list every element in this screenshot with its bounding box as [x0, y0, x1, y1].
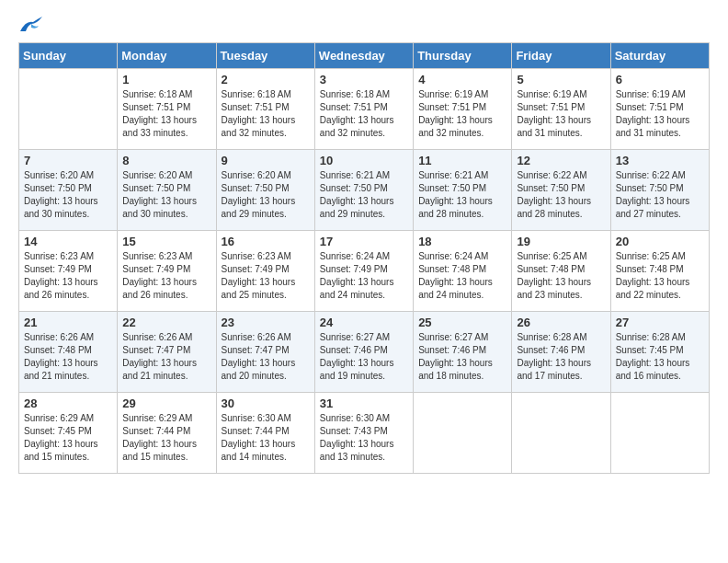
col-header-monday: Monday [118, 43, 216, 69]
day-info: Sunrise: 6:29 AM Sunset: 7:45 PM Dayligh… [24, 412, 112, 464]
col-header-saturday: Saturday [610, 43, 709, 69]
calendar-cell: 29Sunrise: 6:29 AM Sunset: 7:44 PM Dayli… [118, 393, 216, 474]
day-info: Sunrise: 6:20 AM Sunset: 7:50 PM Dayligh… [24, 169, 112, 221]
day-number: 13 [616, 154, 704, 167]
day-number: 20 [616, 235, 704, 248]
day-info: Sunrise: 6:26 AM Sunset: 7:47 PM Dayligh… [122, 331, 210, 383]
day-info: Sunrise: 6:23 AM Sunset: 7:49 PM Dayligh… [122, 250, 210, 302]
calendar-table: SundayMondayTuesdayWednesdayThursdayFrid… [18, 42, 710, 474]
day-number: 16 [222, 235, 310, 248]
col-header-sunday: Sunday [19, 43, 118, 69]
day-info: Sunrise: 6:30 AM Sunset: 7:44 PM Dayligh… [222, 412, 310, 464]
calendar-cell: 11Sunrise: 6:21 AM Sunset: 7:50 PM Dayli… [414, 150, 512, 231]
day-number: 2 [222, 73, 310, 86]
day-info: Sunrise: 6:19 AM Sunset: 7:51 PM Dayligh… [517, 88, 605, 140]
day-number: 8 [122, 154, 210, 167]
day-info: Sunrise: 6:21 AM Sunset: 7:50 PM Dayligh… [418, 169, 506, 221]
day-number: 30 [222, 396, 310, 410]
day-info: Sunrise: 6:20 AM Sunset: 7:50 PM Dayligh… [122, 169, 210, 221]
day-info: Sunrise: 6:26 AM Sunset: 7:48 PM Dayligh… [24, 331, 112, 383]
logo [18, 15, 48, 35]
day-info: Sunrise: 6:21 AM Sunset: 7:50 PM Dayligh… [320, 169, 408, 221]
day-info: Sunrise: 6:22 AM Sunset: 7:50 PM Dayligh… [616, 169, 704, 221]
day-number: 3 [320, 73, 408, 86]
calendar-cell: 26Sunrise: 6:28 AM Sunset: 7:46 PM Dayli… [512, 312, 610, 393]
calendar-cell: 18Sunrise: 6:24 AM Sunset: 7:48 PM Dayli… [414, 231, 512, 312]
day-info: Sunrise: 6:27 AM Sunset: 7:46 PM Dayligh… [418, 331, 506, 383]
calendar-cell: 31Sunrise: 6:30 AM Sunset: 7:43 PM Dayli… [314, 393, 413, 474]
calendar-week-1: 1Sunrise: 6:18 AM Sunset: 7:51 PM Daylig… [19, 69, 710, 150]
day-number: 21 [24, 316, 112, 329]
day-info: Sunrise: 6:18 AM Sunset: 7:51 PM Dayligh… [122, 88, 210, 140]
day-info: Sunrise: 6:27 AM Sunset: 7:46 PM Dayligh… [320, 331, 408, 383]
col-header-thursday: Thursday [414, 43, 512, 69]
calendar-cell: 1Sunrise: 6:18 AM Sunset: 7:51 PM Daylig… [118, 69, 216, 150]
day-number: 10 [320, 154, 408, 167]
day-number: 4 [418, 73, 506, 86]
day-info: Sunrise: 6:25 AM Sunset: 7:48 PM Dayligh… [616, 250, 704, 302]
calendar-cell: 13Sunrise: 6:22 AM Sunset: 7:50 PM Dayli… [610, 150, 709, 231]
day-number: 14 [24, 235, 112, 248]
day-number: 31 [320, 396, 408, 410]
day-number: 9 [222, 154, 310, 167]
calendar-cell: 7Sunrise: 6:20 AM Sunset: 7:50 PM Daylig… [19, 150, 118, 231]
day-number: 11 [418, 154, 506, 167]
calendar-cell [512, 393, 610, 474]
calendar-cell: 25Sunrise: 6:27 AM Sunset: 7:46 PM Dayli… [414, 312, 512, 393]
calendar-cell: 19Sunrise: 6:25 AM Sunset: 7:48 PM Dayli… [512, 231, 610, 312]
calendar-week-5: 28Sunrise: 6:29 AM Sunset: 7:45 PM Dayli… [19, 393, 710, 474]
day-number: 29 [122, 396, 210, 410]
calendar-cell: 15Sunrise: 6:23 AM Sunset: 7:49 PM Dayli… [118, 231, 216, 312]
day-info: Sunrise: 6:23 AM Sunset: 7:49 PM Dayligh… [222, 250, 310, 302]
calendar-week-4: 21Sunrise: 6:26 AM Sunset: 7:48 PM Dayli… [19, 312, 710, 393]
day-number: 17 [320, 235, 408, 248]
day-info: Sunrise: 6:26 AM Sunset: 7:47 PM Dayligh… [222, 331, 310, 383]
calendar-cell: 14Sunrise: 6:23 AM Sunset: 7:49 PM Dayli… [19, 231, 118, 312]
day-info: Sunrise: 6:29 AM Sunset: 7:44 PM Dayligh… [122, 412, 210, 464]
calendar-cell [19, 69, 118, 150]
day-info: Sunrise: 6:22 AM Sunset: 7:50 PM Dayligh… [517, 169, 605, 221]
day-number: 26 [517, 316, 605, 329]
day-number: 18 [418, 235, 506, 248]
day-number: 6 [616, 73, 704, 86]
calendar-cell: 30Sunrise: 6:30 AM Sunset: 7:44 PM Dayli… [216, 393, 314, 474]
calendar-cell: 4Sunrise: 6:19 AM Sunset: 7:51 PM Daylig… [414, 69, 512, 150]
day-number: 15 [122, 235, 210, 248]
calendar-week-2: 7Sunrise: 6:20 AM Sunset: 7:50 PM Daylig… [19, 150, 710, 231]
day-info: Sunrise: 6:28 AM Sunset: 7:45 PM Dayligh… [616, 331, 704, 383]
col-header-tuesday: Tuesday [216, 43, 314, 69]
day-number: 1 [122, 73, 210, 86]
calendar-cell: 3Sunrise: 6:18 AM Sunset: 7:51 PM Daylig… [314, 69, 413, 150]
day-info: Sunrise: 6:24 AM Sunset: 7:48 PM Dayligh… [418, 250, 506, 302]
calendar-week-3: 14Sunrise: 6:23 AM Sunset: 7:49 PM Dayli… [19, 231, 710, 312]
day-number: 24 [320, 316, 408, 329]
calendar-cell: 9Sunrise: 6:20 AM Sunset: 7:50 PM Daylig… [216, 150, 314, 231]
day-number: 25 [418, 316, 506, 329]
calendar-cell: 22Sunrise: 6:26 AM Sunset: 7:47 PM Dayli… [118, 312, 216, 393]
day-number: 23 [222, 316, 310, 329]
calendar-cell: 23Sunrise: 6:26 AM Sunset: 7:47 PM Dayli… [216, 312, 314, 393]
calendar-cell: 21Sunrise: 6:26 AM Sunset: 7:48 PM Dayli… [19, 312, 118, 393]
day-info: Sunrise: 6:30 AM Sunset: 7:43 PM Dayligh… [320, 412, 408, 464]
calendar-cell: 2Sunrise: 6:18 AM Sunset: 7:51 PM Daylig… [216, 69, 314, 150]
day-number: 19 [517, 235, 605, 248]
day-info: Sunrise: 6:28 AM Sunset: 7:46 PM Dayligh… [517, 331, 605, 383]
day-info: Sunrise: 6:18 AM Sunset: 7:51 PM Dayligh… [222, 88, 310, 140]
day-info: Sunrise: 6:18 AM Sunset: 7:51 PM Dayligh… [320, 88, 408, 140]
calendar-cell [610, 393, 709, 474]
calendar-cell: 10Sunrise: 6:21 AM Sunset: 7:50 PM Dayli… [314, 150, 413, 231]
day-number: 28 [24, 396, 112, 410]
day-number: 7 [24, 154, 112, 167]
col-header-wednesday: Wednesday [314, 43, 413, 69]
calendar-cell: 6Sunrise: 6:19 AM Sunset: 7:51 PM Daylig… [610, 69, 709, 150]
calendar-cell: 12Sunrise: 6:22 AM Sunset: 7:50 PM Dayli… [512, 150, 610, 231]
calendar-cell: 17Sunrise: 6:24 AM Sunset: 7:49 PM Dayli… [314, 231, 413, 312]
day-number: 22 [122, 316, 210, 329]
col-header-friday: Friday [512, 43, 610, 69]
calendar-cell [414, 393, 512, 474]
day-number: 5 [517, 73, 605, 86]
page-header [18, 15, 710, 35]
day-info: Sunrise: 6:24 AM Sunset: 7:49 PM Dayligh… [320, 250, 408, 302]
day-info: Sunrise: 6:20 AM Sunset: 7:50 PM Dayligh… [222, 169, 310, 221]
calendar-cell: 16Sunrise: 6:23 AM Sunset: 7:49 PM Dayli… [216, 231, 314, 312]
